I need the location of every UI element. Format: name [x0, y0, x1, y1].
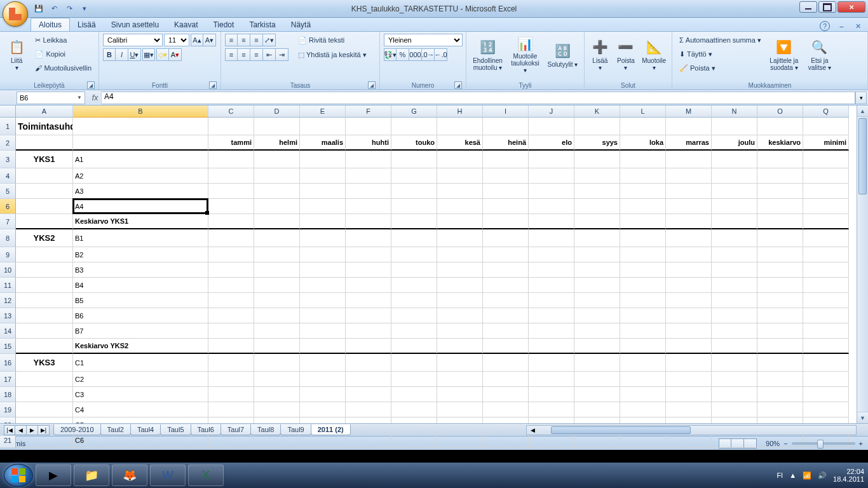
- column-header[interactable]: D: [254, 105, 300, 118]
- cell[interactable]: [208, 372, 254, 387]
- cell[interactable]: [666, 293, 712, 308]
- cell[interactable]: [712, 262, 757, 278]
- insert-cells-button[interactable]: ➕Lisää▾: [588, 34, 612, 76]
- cell[interactable]: [254, 229, 300, 247]
- tray-flag-icon[interactable]: ▲: [789, 471, 796, 479]
- cell[interactable]: [16, 323, 73, 339]
- sheet-tab[interactable]: Taul4: [130, 424, 161, 435]
- cell[interactable]: [391, 402, 437, 417]
- cell[interactable]: [574, 402, 620, 417]
- cell[interactable]: [620, 118, 666, 135]
- row-header[interactable]: 1: [0, 118, 16, 135]
- cell[interactable]: [757, 199, 803, 214]
- cell[interactable]: [391, 262, 437, 278]
- cell[interactable]: [712, 184, 757, 199]
- sort-filter-button[interactable]: 🔽Lajittele ja suodata ▾: [767, 34, 801, 76]
- cell[interactable]: [437, 247, 483, 262]
- cell[interactable]: [620, 229, 666, 247]
- cell[interactable]: C4: [73, 402, 208, 417]
- cell[interactable]: [300, 247, 346, 262]
- column-header[interactable]: I: [483, 105, 529, 118]
- column-header[interactable]: G: [391, 105, 437, 118]
- cell[interactable]: [300, 293, 346, 308]
- taskbar-word-icon[interactable]: W: [150, 464, 186, 486]
- cell[interactable]: [254, 151, 300, 168]
- cell[interactable]: kesä: [437, 135, 483, 151]
- cell[interactable]: [574, 354, 620, 372]
- increase-indent-button[interactable]: ⇥: [276, 48, 288, 61]
- cell[interactable]: [757, 387, 803, 402]
- cell[interactable]: [300, 199, 346, 214]
- cell[interactable]: [620, 278, 666, 293]
- cell[interactable]: Toimintasuhde 2011: [16, 118, 73, 135]
- cell[interactable]: [574, 339, 620, 354]
- cell[interactable]: [757, 354, 803, 372]
- cell[interactable]: [757, 229, 803, 247]
- cell[interactable]: [483, 339, 529, 354]
- cell[interactable]: [391, 323, 437, 339]
- cell[interactable]: [16, 262, 73, 278]
- cell[interactable]: [346, 402, 391, 417]
- sheet-tab[interactable]: Taul2: [100, 424, 131, 435]
- row-header[interactable]: 5: [0, 184, 16, 199]
- start-button[interactable]: [4, 464, 33, 487]
- cell[interactable]: B3: [73, 262, 208, 278]
- ribbon-tab-kaavat[interactable]: Kaavat: [166, 18, 205, 31]
- cell[interactable]: [803, 402, 849, 417]
- cell[interactable]: [346, 387, 391, 402]
- cell[interactable]: [437, 199, 483, 214]
- column-header[interactable]: J: [529, 105, 574, 118]
- cell[interactable]: [208, 199, 254, 214]
- cell[interactable]: [803, 372, 849, 387]
- cell[interactable]: [208, 262, 254, 278]
- cell[interactable]: [483, 247, 529, 262]
- cell[interactable]: [391, 247, 437, 262]
- cell[interactable]: [254, 354, 300, 372]
- cell[interactable]: [757, 293, 803, 308]
- cell[interactable]: [300, 278, 346, 293]
- cell[interactable]: [391, 199, 437, 214]
- cell[interactable]: [803, 229, 849, 247]
- select-all-corner[interactable]: [0, 105, 16, 118]
- cell[interactable]: [803, 293, 849, 308]
- cell[interactable]: A1: [73, 151, 208, 168]
- row-header[interactable]: 18: [0, 387, 16, 402]
- align-launcher-icon[interactable]: ◢: [368, 81, 376, 89]
- cells-area[interactable]: Toimintasuhde 2011tammihelmimaalishuhtit…: [16, 118, 857, 423]
- cell[interactable]: [254, 402, 300, 417]
- cell[interactable]: [620, 184, 666, 199]
- cell[interactable]: [391, 387, 437, 402]
- taskbar-media-icon[interactable]: ▶: [36, 464, 71, 486]
- ribbon-tab-näytä[interactable]: Näytä: [283, 18, 318, 31]
- align-left-button[interactable]: ≡: [225, 48, 238, 61]
- cell[interactable]: [803, 214, 849, 229]
- cell[interactable]: [346, 354, 391, 372]
- row-header[interactable]: 2: [0, 135, 16, 151]
- cell[interactable]: [666, 372, 712, 387]
- cell[interactable]: YKS1: [16, 151, 73, 168]
- cell[interactable]: [712, 247, 757, 262]
- cell[interactable]: [757, 262, 803, 278]
- cell[interactable]: B2: [73, 247, 208, 262]
- cell[interactable]: [757, 214, 803, 229]
- cell[interactable]: [346, 229, 391, 247]
- cell[interactable]: [73, 135, 208, 151]
- minimize-button[interactable]: [799, 1, 817, 13]
- cell[interactable]: [16, 199, 73, 214]
- cell[interactable]: marras: [666, 135, 712, 151]
- cell[interactable]: [529, 214, 574, 229]
- sheet-nav-first-icon[interactable]: |◀: [4, 425, 15, 435]
- zoom-slider[interactable]: [792, 442, 855, 445]
- autosum-button[interactable]: Σ Automaattinen summa ▾: [676, 34, 764, 46]
- font-name-select[interactable]: Calibri: [103, 34, 163, 46]
- cell[interactable]: [300, 354, 346, 372]
- align-bottom-button[interactable]: ≡: [250, 34, 263, 46]
- cell[interactable]: [437, 214, 483, 229]
- cell[interactable]: [437, 184, 483, 199]
- copy-button[interactable]: 📄 Kopioi: [32, 48, 95, 60]
- paste-button[interactable]: 📋Liitä▾: [4, 34, 29, 76]
- ribbon-minimize-icon[interactable]: ‒: [836, 21, 846, 31]
- redo-icon[interactable]: ↷: [64, 3, 75, 15]
- cell[interactable]: [666, 278, 712, 293]
- fill-button[interactable]: ⬇ Täyttö ▾: [676, 48, 764, 60]
